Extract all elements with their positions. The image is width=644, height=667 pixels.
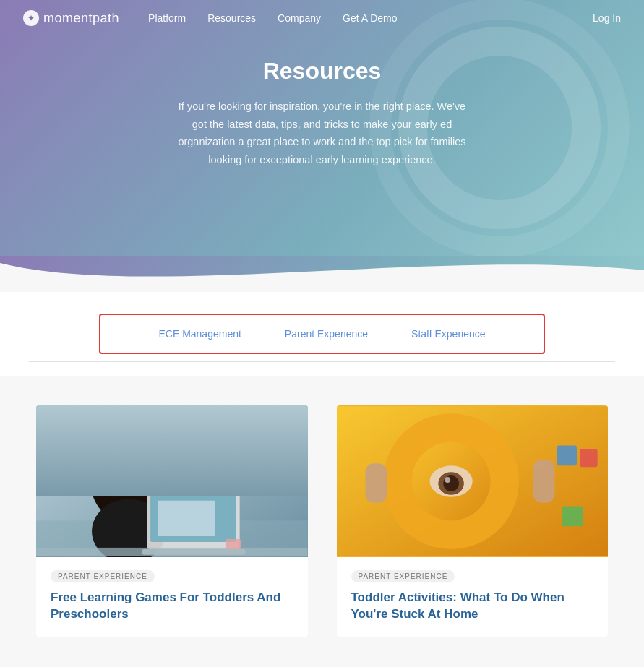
card-1-body: PARENT EXPERIENCE Free Learning Games Fo… bbox=[36, 557, 308, 637]
svg-point-7 bbox=[109, 430, 135, 456]
svg-rect-22 bbox=[365, 463, 387, 502]
filter-section: ECE Management Parent Experience Staff E… bbox=[0, 292, 644, 376]
card-1: PARENT EXPERIENCE Free Learning Games Fo… bbox=[36, 405, 308, 637]
svg-rect-13 bbox=[36, 547, 308, 556]
cards-grid: PARENT EXPERIENCE Free Learning Games Fo… bbox=[36, 405, 608, 637]
nav-platform[interactable]: Platform bbox=[148, 12, 186, 24]
nav-company[interactable]: Company bbox=[278, 12, 321, 24]
filter-divider-line bbox=[29, 361, 615, 362]
svg-rect-26 bbox=[562, 506, 583, 526]
svg-point-5 bbox=[119, 433, 147, 462]
card-1-title[interactable]: Free Learning Games For Toddlers And Pre… bbox=[51, 590, 293, 623]
filter-parent-experience[interactable]: Parent Experience bbox=[285, 328, 368, 340]
nav-get-demo[interactable]: Get A Demo bbox=[343, 12, 397, 24]
svg-point-3 bbox=[102, 429, 156, 489]
hero-title: Resources bbox=[14, 58, 630, 85]
svg-rect-24 bbox=[557, 445, 577, 465]
logo-text: momentpath bbox=[43, 11, 119, 26]
filter-ece-management[interactable]: ECE Management bbox=[158, 328, 241, 340]
svg-point-21 bbox=[445, 477, 450, 483]
card-1-tag: PARENT EXPERIENCE bbox=[51, 570, 155, 582]
card-2-tag: PARENT EXPERIENCE bbox=[351, 570, 455, 582]
hero-section: Resources If you're looking for inspirat… bbox=[0, 0, 644, 256]
card-1-image bbox=[36, 405, 308, 557]
wave-divider bbox=[0, 256, 644, 292]
filter-bar: ECE Management Parent Experience Staff E… bbox=[99, 314, 544, 354]
content-section: PARENT EXPERIENCE Free Learning Games Fo… bbox=[0, 376, 644, 666]
filter-staff-experience[interactable]: Staff Experience bbox=[411, 328, 485, 340]
nav-links: Platform Resources Company Get A Demo bbox=[148, 12, 593, 24]
card-2-title[interactable]: Toddler Activities: What To Do When You'… bbox=[351, 590, 594, 623]
svg-point-6 bbox=[134, 439, 160, 465]
svg-point-4 bbox=[99, 434, 130, 465]
nav-resources[interactable]: Resources bbox=[207, 12, 256, 24]
login-button[interactable]: Log In bbox=[593, 12, 621, 24]
svg-rect-14 bbox=[226, 539, 241, 549]
card-2: PARENT EXPERIENCE Toddler Activities: Wh… bbox=[337, 405, 609, 637]
logo[interactable]: ✦ momentpath bbox=[23, 10, 119, 26]
hero-description: If you're looking for inspiration, you'r… bbox=[171, 98, 474, 169]
svg-rect-25 bbox=[579, 449, 597, 467]
svg-rect-11 bbox=[158, 500, 215, 535]
logo-icon: ✦ bbox=[23, 10, 39, 26]
card-2-body: PARENT EXPERIENCE Toddler Activities: Wh… bbox=[337, 557, 609, 637]
card-2-image bbox=[337, 405, 609, 557]
svg-rect-23 bbox=[533, 460, 554, 502]
